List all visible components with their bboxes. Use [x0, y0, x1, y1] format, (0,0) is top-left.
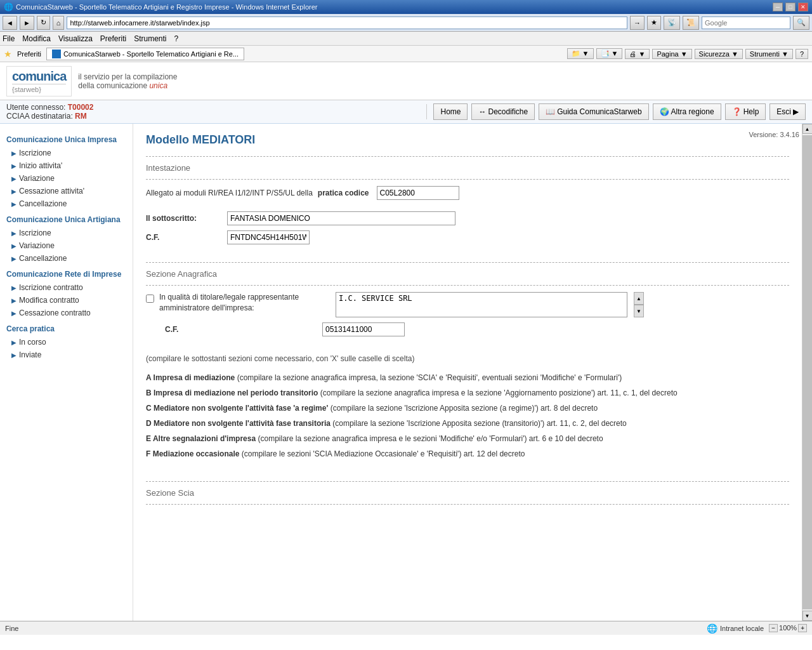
sidebar-item-variazione-impresa[interactable]: ▶ Variazione: [0, 172, 133, 185]
guida-icon: 📖: [546, 107, 555, 116]
sidebar-item-iscrizione-impresa[interactable]: ▶ Iscrizione: [0, 147, 133, 159]
section-b-title: B Impresa di mediazione nel periodo tran…: [146, 388, 320, 397]
section-f-desc: (compilare le sezioni 'SCIA Mediazione O…: [242, 449, 525, 458]
scroll-down-btn[interactable]: ▼: [634, 305, 644, 317]
sidebar-item-inviate[interactable]: ▶ Inviate: [0, 348, 133, 361]
search-button[interactable]: 🔍: [793, 16, 809, 30]
menu-visualizza[interactable]: Visualizza: [58, 34, 93, 43]
pagina-button[interactable]: Pagina ▼: [652, 49, 691, 59]
impresa-textarea[interactable]: [336, 292, 627, 317]
pratica-codice-row: Allegato ai moduli RI/REA I1/I2/INT P/S5…: [146, 186, 789, 200]
divider-scia: [146, 481, 789, 482]
guida-button[interactable]: 📖 Guida ComunicaStarweb: [539, 103, 648, 120]
content-wrapper: Comunicazione Unica Impresa ▶ Iscrizione…: [0, 124, 812, 621]
fav-print-button[interactable]: 🖨 ▼: [625, 49, 650, 59]
zoom-increase[interactable]: +: [798, 624, 807, 632]
preferiti-label[interactable]: Preferiti: [17, 50, 41, 58]
section-e-desc: (compilare la sezione anagrafica impresa…: [258, 434, 603, 443]
sottoscritto-label: Il sottoscritto:: [146, 214, 222, 223]
fav-tab-icon: [52, 50, 61, 58]
fav-add-button[interactable]: 📁 ▼: [567, 48, 594, 59]
cf-impresa-input[interactable]: [322, 322, 405, 336]
app-icon: 🌐: [4, 3, 13, 11]
scroll-up-btn[interactable]: ▲: [634, 292, 644, 305]
section-a-title: A Impresa di mediazione: [146, 373, 237, 382]
arrow-icon: ▶: [11, 339, 16, 346]
user-id: T00002: [68, 103, 94, 112]
menu-modifica[interactable]: Modifica: [22, 34, 51, 43]
fav-icon[interactable]: ★: [647, 16, 661, 30]
maximize-button[interactable]: □: [785, 3, 796, 11]
fav-tab-comunica[interactable]: ComunicaStarweb - Sportello Telematico A…: [46, 48, 244, 60]
home-button[interactable]: Home: [433, 103, 468, 120]
section-f-title: F Mediazione occasionale: [146, 449, 242, 458]
sidebar-item-variazione-artigiana[interactable]: ▶ Variazione: [0, 239, 133, 252]
back-button[interactable]: ◄: [3, 16, 17, 30]
cf-label: C.F.: [146, 233, 222, 242]
page-title: Modello MEDIATORI: [146, 133, 789, 147]
minimize-button[interactable]: ─: [773, 3, 783, 11]
scroll-down-button[interactable]: ▼: [802, 611, 813, 621]
feeds-button[interactable]: 📡: [664, 16, 680, 30]
fav-star-icon: ★: [4, 49, 12, 59]
sottoscritto-input[interactable]: [227, 211, 455, 225]
sidebar: Comunicazione Unica Impresa ▶ Iscrizione…: [0, 124, 133, 621]
menu-file[interactable]: File: [3, 34, 15, 43]
sidebar-item-iscrizione-artigiana[interactable]: ▶ Iscrizione: [0, 227, 133, 239]
menu-help[interactable]: ?: [174, 34, 179, 43]
divider-anagrafica: [146, 262, 789, 263]
esci-icon: ▶: [793, 107, 799, 116]
sezione-scia-label: Sezione Scia: [146, 488, 789, 498]
go-button[interactable]: →: [630, 16, 645, 30]
decodifiche-button[interactable]: ↔ Decodifiche: [471, 103, 535, 120]
history-button[interactable]: 📜: [683, 16, 699, 30]
cf-impresa-label: C.F.: [146, 325, 317, 334]
sidebar-item-cessazione-contratto[interactable]: ▶ Cessazione contratto: [0, 307, 133, 319]
arrow-icon: ▶: [11, 352, 16, 359]
divider-intestazione-2: [146, 179, 789, 180]
pratica-codice-input[interactable]: [377, 186, 459, 200]
section-a-desc: (compilare la sezione anagrafica impresa…: [237, 373, 622, 382]
sidebar-item-modifica-contratto[interactable]: ▶ Modifica contratto: [0, 294, 133, 307]
sidebar-item-cancellazione-artigiana[interactable]: ▶ Cancellazione: [0, 252, 133, 265]
impresa-checkbox[interactable]: [146, 295, 154, 303]
forward-button[interactable]: ►: [20, 16, 34, 30]
menu-bar: File Modifica Visualizza Preferiti Strum…: [0, 32, 812, 46]
title-bar: 🌐 ComunicaStarweb - Sportello Telematico…: [0, 0, 812, 14]
menu-strumenti[interactable]: Strumenti: [134, 34, 166, 43]
section-c-title: C Mediatore non svolgente l'attività fas…: [146, 404, 331, 413]
strumenti-button[interactable]: Strumenti ▼: [745, 49, 793, 59]
help-icon: ❓: [732, 107, 742, 116]
section-c-desc: (compilare la sezione 'Iscrizione Apposi…: [331, 404, 598, 413]
refresh-button[interactable]: ↻: [37, 16, 50, 30]
altra-regione-button[interactable]: 🌍 Altra regione: [653, 103, 721, 120]
sidebar-item-cessazione-impresa[interactable]: ▶ Cessazione attivita': [0, 185, 133, 197]
status-text: Fine: [5, 625, 18, 632]
arrow-icon: ▶: [11, 310, 16, 317]
sidebar-item-inizio-attivita[interactable]: ▶ Inizio attivita': [0, 159, 133, 172]
menu-preferiti[interactable]: Preferiti: [100, 34, 126, 43]
sidebar-section-impresa: Comunicazione Unica Impresa: [0, 130, 133, 147]
fav-tools-button[interactable]: 📑 ▼: [596, 48, 623, 59]
section-d-title: D Mediatore non svolgente l'attività fas…: [146, 419, 332, 428]
home-nav-button[interactable]: ⌂: [53, 16, 65, 30]
sidebar-item-in-corso[interactable]: ▶ In corso: [0, 336, 133, 348]
sidebar-item-cancellazione-impresa[interactable]: ▶ Cancellazione: [0, 197, 133, 210]
title-bar-right[interactable]: ─ □ ✕: [773, 3, 808, 11]
search-input[interactable]: [702, 17, 790, 29]
sicurezza-button[interactable]: Sicurezza ▼: [695, 49, 743, 59]
help-fav-button[interactable]: ?: [796, 49, 808, 59]
zone-label: Intranet locale: [720, 625, 764, 632]
user-label: Utente connesso:: [6, 103, 65, 112]
zoom-decrease[interactable]: −: [769, 624, 778, 632]
esci-button[interactable]: Esci ▶: [769, 103, 806, 120]
sidebar-item-iscrizione-contratto[interactable]: ▶ Iscrizione contratto: [0, 281, 133, 294]
fav-bar-right: 📁 ▼ 📑 ▼ 🖨 ▼ Pagina ▼ Sicurezza ▼ Strumen…: [567, 48, 808, 59]
cf-input[interactable]: [227, 230, 310, 244]
address-input[interactable]: [67, 17, 627, 29]
help-button[interactable]: ❓ Help: [725, 103, 766, 120]
close-button[interactable]: ✕: [798, 3, 808, 11]
subtitle-line1: il servizio per la compilazione: [78, 72, 177, 81]
scroll-up-button[interactable]: ▲: [802, 124, 813, 134]
scrollbar[interactable]: ▲ ▼: [802, 124, 812, 621]
